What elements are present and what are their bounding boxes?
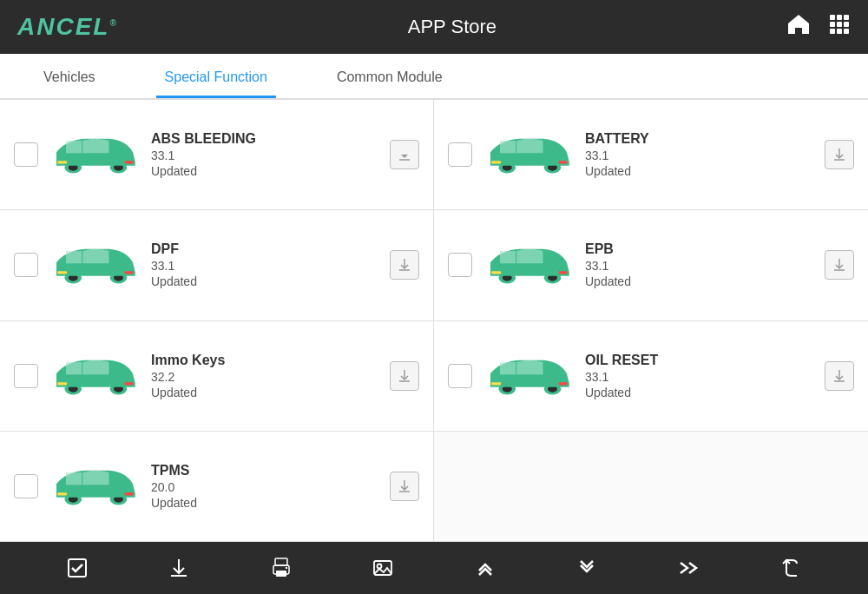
svg-rect-8 [844,29,849,34]
car-icon-abs-bleeding [47,129,142,181]
svg-rect-61 [125,492,134,495]
svg-rect-1 [837,15,842,20]
app-version-abs-bleeding: 33.1 [151,148,381,162]
checkbox-tpms[interactable] [14,474,38,498]
app-item-oil-reset: OIL RESET 33.1 Updated [434,321,868,432]
car-icon-epb [481,239,576,291]
logo-area: ANCEL® [17,13,118,41]
download-btn-abs-bleeding[interactable] [390,140,419,169]
app-version-oil-reset: 33.1 [585,370,816,384]
app-info-dpf: DPF 33.1 Updated [151,241,381,288]
back-button[interactable] [773,551,808,585]
svg-rect-3 [830,22,835,27]
app-name-oil-reset: OIL RESET [585,353,816,368]
svg-point-72 [378,564,382,569]
download-btn-tpms[interactable] [390,472,419,501]
download-all-button[interactable] [161,551,196,585]
checkbox-battery[interactable] [448,142,472,167]
svg-rect-60 [57,492,67,495]
app-item-dpf: DPF 33.1 Updated [0,210,434,320]
toolbar [0,542,868,594]
svg-rect-69 [276,571,286,577]
fast-forward-button[interactable] [672,551,707,585]
scroll-up-button[interactable] [468,551,503,585]
home-icon[interactable] [786,13,811,41]
svg-rect-20 [491,161,501,163]
svg-rect-53 [559,382,568,385]
scroll-down-button[interactable] [569,551,604,585]
checkbox-dpf[interactable] [14,253,38,277]
svg-rect-29 [125,272,134,274]
car-icon-tpms [47,460,142,512]
svg-rect-7 [837,29,842,34]
logo: ANCEL® [17,13,118,41]
app-item-empty [434,432,868,542]
tab-common-module[interactable]: Common Module [328,59,451,98]
app-info-tpms: TPMS 20.0 Updated [151,463,381,510]
print-button[interactable] [264,551,299,585]
svg-rect-6 [830,29,835,34]
download-btn-immo-keys[interactable] [390,361,419,391]
checkbox-abs-bleeding[interactable] [14,142,38,167]
svg-rect-64 [69,559,86,577]
tabs: Vehicles Special Function Common Module [0,54,868,99]
app-status-abs-bleeding: Updated [151,164,381,178]
app-version-immo-keys: 32.2 [151,370,381,384]
checkbox-oil-reset[interactable] [448,364,472,388]
app-version-dpf: 33.1 [151,259,381,273]
checkbox-immo-keys[interactable] [14,364,38,388]
app-status-tpms: Updated [151,496,381,510]
app-status-immo-keys: Updated [151,386,381,399]
app-name-abs-bleeding: ABS BLEEDING [151,131,381,147]
svg-rect-14 [125,161,134,163]
app-info-abs-bleeding: ABS BLEEDING 33.1 Updated [151,131,381,178]
tab-special-function[interactable]: Special Function [156,59,276,98]
svg-rect-45 [125,382,134,385]
app-item-tpms: TPMS 20.0 Updated [0,432,434,542]
download-btn-oil-reset[interactable] [825,361,854,391]
app-name-epb: EPB [585,241,816,257]
checkbox-epb[interactable] [448,253,472,277]
download-btn-dpf[interactable] [390,250,419,280]
svg-rect-52 [491,382,501,385]
app-item-abs-bleeding: ABS BLEEDING 33.1 Updated [0,100,434,210]
app-info-immo-keys: Immo Keys 32.2 Updated [151,353,381,399]
svg-rect-71 [374,561,391,575]
svg-rect-4 [837,22,842,27]
svg-rect-2 [844,15,849,20]
app-name-dpf: DPF [151,241,381,257]
svg-rect-67 [275,558,287,565]
app-status-dpf: Updated [151,274,381,288]
select-all-button[interactable] [60,551,95,585]
car-icon-dpf [47,239,142,291]
svg-rect-36 [491,272,501,274]
app-status-battery: Updated [585,164,816,178]
car-icon-battery [481,129,576,181]
app-info-oil-reset: OIL RESET 33.1 Updated [585,353,816,399]
header: ANCEL® APP Store [0,0,868,54]
tab-vehicles[interactable]: Vehicles [35,59,104,98]
app-name-tpms: TPMS [151,463,381,478]
content: ABS BLEEDING 33.1 Updated [0,99,868,542]
image-button[interactable] [365,551,400,585]
app-version-tpms: 20.0 [151,480,381,494]
header-icons [786,13,851,41]
download-btn-battery[interactable] [825,140,854,169]
app-version-battery: 33.1 [585,148,816,162]
header-title: APP Store [408,16,496,38]
svg-rect-0 [830,15,835,20]
svg-rect-37 [559,272,568,274]
download-btn-epb[interactable] [825,250,854,280]
svg-rect-44 [57,382,67,385]
svg-rect-5 [844,22,849,27]
app-name-immo-keys: Immo Keys [151,353,381,368]
svg-rect-13 [57,161,67,163]
app-info-epb: EPB 33.1 Updated [585,241,816,288]
car-icon-immo-keys [47,350,142,402]
app-item-immo-keys: Immo Keys 32.2 Updated [0,321,434,432]
app-info-battery: BATTERY 33.1 Updated [585,131,816,178]
app-status-oil-reset: Updated [585,386,816,399]
app-name-battery: BATTERY [585,131,816,147]
car-icon-oil-reset [481,350,576,402]
grid-icon[interactable] [828,13,851,41]
